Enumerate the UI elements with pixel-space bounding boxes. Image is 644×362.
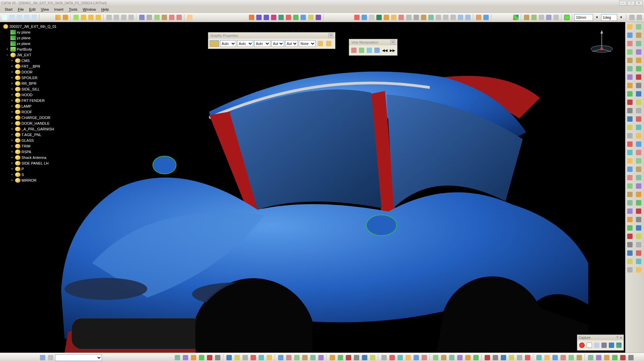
tb-op-5[interactable] <box>383 14 390 21</box>
tb-tool-15[interactable] <box>139 14 145 21</box>
right-tool-b22[interactable] <box>635 207 643 215</box>
transparency-select[interactable]: Auto <box>220 40 236 47</box>
bottom-tool-29[interactable] <box>421 354 428 361</box>
tb-op-7[interactable] <box>398 14 405 21</box>
tree-item[interactable]: +S <box>10 172 57 177</box>
right-tool-a17[interactable] <box>626 165 634 173</box>
bottom-tool-20[interactable] <box>345 354 352 361</box>
options-icon[interactable] <box>593 342 600 349</box>
tb-tool-4[interactable] <box>31 14 38 21</box>
screen-icon[interactable] <box>608 342 615 349</box>
render-select[interactable]: Aut <box>285 40 298 47</box>
tb-pencil-icon[interactable] <box>186 14 193 21</box>
tb-tool-17[interactable] <box>153 14 160 21</box>
right-tool-a28[interactable] <box>626 257 634 265</box>
right-tool-a16[interactable] <box>626 157 634 165</box>
tb-surf-5[interactable] <box>278 14 284 21</box>
right-tool-a23[interactable] <box>626 216 634 224</box>
fly-icon[interactable] <box>366 47 373 54</box>
tb-op-8[interactable] <box>406 14 412 21</box>
right-tool-a20[interactable] <box>626 190 634 198</box>
bottom-tool-12[interactable] <box>277 354 284 361</box>
tree-item[interactable]: +SPOILER <box>10 75 57 80</box>
tb-misc-4[interactable] <box>545 14 552 21</box>
menu-file[interactable]: File <box>15 7 26 12</box>
bottom-tool-33[interactable] <box>456 354 464 361</box>
bottom-tool-40[interactable] <box>516 354 523 361</box>
right-tool-b23[interactable] <box>635 216 643 224</box>
bottom-tool-5[interactable] <box>214 354 221 361</box>
right-tool-a22[interactable] <box>626 207 634 215</box>
walk-icon[interactable] <box>358 47 365 54</box>
album-icon[interactable] <box>615 342 622 349</box>
bottom-tool-21[interactable] <box>353 354 360 361</box>
point-select[interactable]: Aut <box>271 40 284 47</box>
tb-tool-13[interactable] <box>120 14 127 21</box>
right-tool-b16[interactable] <box>635 157 643 165</box>
bottom-tool-23[interactable] <box>369 354 376 361</box>
view-manipulation-title[interactable]: View Manipulation ▾ <box>349 39 397 45</box>
right-tool-a25[interactable] <box>626 232 634 240</box>
right-tool-a27[interactable] <box>626 249 634 257</box>
tb-surf-9[interactable] <box>307 14 314 21</box>
right-tool-a15[interactable] <box>626 148 634 157</box>
right-tool-b4[interactable] <box>635 56 643 64</box>
bottom-tool-44[interactable] <box>551 354 559 361</box>
right-tool-b24[interactable] <box>635 224 643 232</box>
bottom-tool-52[interactable] <box>619 354 627 361</box>
tb-tool-8[interactable] <box>80 14 87 21</box>
tb-surf-7[interactable] <box>292 14 299 21</box>
tb-tool-16[interactable] <box>146 14 153 21</box>
tree-item[interactable]: +RR_BPR <box>10 80 57 86</box>
layer-select[interactable]: None <box>299 40 316 47</box>
bottom-tool-34[interactable] <box>464 354 472 361</box>
right-tool-b12[interactable] <box>635 123 643 131</box>
right-tool-a0[interactable] <box>626 23 634 31</box>
tb-op-2[interactable] <box>361 14 368 21</box>
right-tool-a9[interactable] <box>626 98 634 106</box>
bottom-tool-36[interactable] <box>484 354 491 361</box>
close-icon[interactable]: ▾ <box>328 33 333 38</box>
tb-op-17[interactable] <box>475 14 482 21</box>
right-tool-b7[interactable] <box>635 81 643 89</box>
bottom-tool-8[interactable] <box>241 354 249 361</box>
tb-misc-1[interactable] <box>523 14 530 21</box>
tb-end-2[interactable] <box>636 14 643 21</box>
tb-bot-2[interactable] <box>47 354 54 361</box>
tb-surf-8[interactable] <box>300 14 307 21</box>
tb-tool-18[interactable] <box>161 14 168 21</box>
right-tool-b20[interactable] <box>635 190 643 198</box>
distance-input[interactable] <box>574 14 593 21</box>
tb-tool-10[interactable] <box>95 14 102 21</box>
bottom-tool-26[interactable] <box>396 354 404 361</box>
tb-misc-3[interactable] <box>538 14 545 21</box>
tb-new-icon[interactable] <box>1 14 8 21</box>
viewport-3d[interactable]: 200327_JW_EXT_6th_Q_01 xy plane yz plane… <box>0 22 625 353</box>
tb-op-4[interactable] <box>376 14 382 21</box>
tree-partbody[interactable]: +PartBody <box>5 46 57 52</box>
right-tool-b14[interactable] <box>635 140 643 148</box>
right-tool-b8[interactable] <box>635 90 643 98</box>
tree-item[interactable]: +P <box>10 166 57 172</box>
tree-item[interactable]: +DOOR <box>10 69 57 75</box>
close-button[interactable]: ✕ <box>635 1 643 5</box>
right-tool-a18[interactable] <box>626 174 634 182</box>
angle-input[interactable] <box>601 14 617 21</box>
menu-start[interactable]: Start <box>2 7 15 12</box>
bottom-tool-22[interactable] <box>361 354 368 361</box>
bottom-tool-49[interactable] <box>595 354 602 361</box>
tree-root[interactable]: 200327_JW_EXT_6th_Q_01 <box>2 23 57 29</box>
right-tool-b19[interactable] <box>635 182 643 190</box>
tb-color-swatch[interactable] <box>564 14 570 21</box>
bottom-tool-50[interactable] <box>603 354 610 361</box>
bottom-tool-47[interactable] <box>576 354 583 361</box>
tree-plane-yz[interactable]: yz plane <box>5 35 57 41</box>
tree-item[interactable]: +GLASS <box>10 137 57 143</box>
bottom-tool-3[interactable] <box>198 354 205 361</box>
right-tool-a4[interactable] <box>626 56 634 64</box>
bottom-tool-46[interactable] <box>568 354 575 361</box>
view-manipulation-panel[interactable]: View Manipulation ▾ ◀◀ ▶▶ <box>349 39 397 56</box>
menu-help[interactable]: Help <box>99 7 112 12</box>
menu-window[interactable]: Window <box>80 7 99 12</box>
bottom-tool-7[interactable] <box>233 354 241 361</box>
